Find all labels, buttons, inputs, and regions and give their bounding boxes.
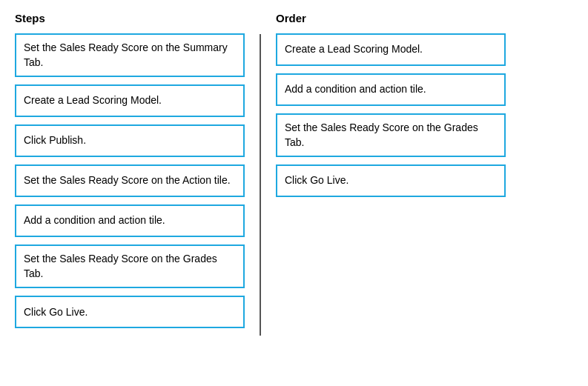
step-card-5[interactable]: Add a condition and action tile. (15, 204, 245, 237)
step-card-1[interactable]: Set the Sales Ready Score on the Summary… (15, 33, 245, 77)
order-header: Order (276, 12, 506, 24)
step-card-2[interactable]: Create a Lead Scoring Model. (15, 84, 245, 117)
order-card-3[interactable]: Set the Sales Ready Score on the Grades … (276, 113, 506, 157)
steps-column: Steps Set the Sales Ready Score on the S… (15, 12, 245, 336)
step-card-4[interactable]: Set the Sales Ready Score on the Action … (15, 164, 245, 197)
order-card-4[interactable]: Click Go Live. (276, 164, 506, 197)
step-card-6[interactable]: Set the Sales Ready Score on the Grades … (15, 244, 245, 288)
main-container: Steps Set the Sales Ready Score on the S… (0, 0, 588, 347)
step-card-7[interactable]: Click Go Live. (15, 296, 245, 328)
column-divider (260, 34, 261, 336)
order-card-1[interactable]: Create a Lead Scoring Model. (276, 33, 506, 66)
order-card-2[interactable]: Add a condition and action tile. (276, 73, 506, 106)
step-card-3[interactable]: Click Publish. (15, 124, 245, 157)
order-column: Order Create a Lead Scoring Model. Add a… (276, 12, 506, 336)
steps-header: Steps (15, 12, 245, 24)
